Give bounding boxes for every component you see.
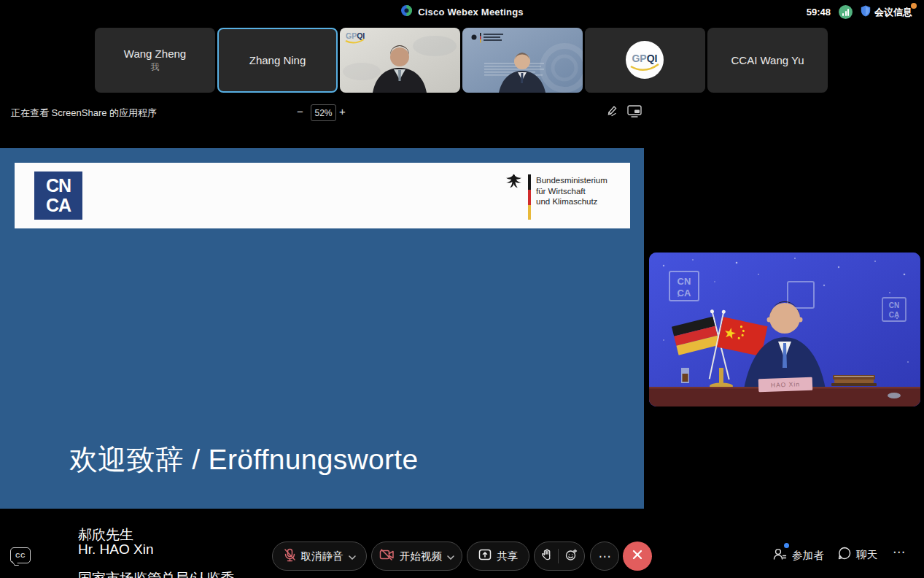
participants-badge-dot bbox=[784, 543, 789, 548]
participants-label: 参加者 bbox=[792, 549, 824, 563]
floating-speaker-video[interactable]: CN CA CN CA bbox=[649, 253, 920, 406]
reactions-divider bbox=[558, 549, 559, 563]
cnca-logo-line1: CN bbox=[46, 177, 71, 195]
participant-tile-gpqi-logo[interactable]: GPQI bbox=[585, 28, 705, 93]
close-x-icon bbox=[632, 550, 642, 563]
cnca-logo-line2: CA bbox=[46, 196, 71, 215]
german-stripe-icon bbox=[528, 174, 531, 220]
meeting-timer: 59:48 bbox=[807, 7, 831, 18]
meeting-info-button[interactable]: 会议信息 bbox=[861, 5, 912, 19]
svg-text:GPQI: GPQI bbox=[632, 53, 657, 64]
closed-captions-button[interactable]: CC bbox=[10, 547, 31, 563]
participant-name: CCAI Wang Yu bbox=[731, 54, 804, 66]
federal-eagle-icon bbox=[505, 173, 523, 193]
more-panels-button[interactable]: ⋯ bbox=[893, 544, 905, 560]
mic-options-chevron-icon[interactable] bbox=[349, 550, 356, 563]
svg-text:CA: CA bbox=[889, 311, 899, 319]
share-screen-icon bbox=[478, 549, 492, 563]
participants-icon bbox=[772, 546, 788, 565]
picture-in-picture-icon[interactable] bbox=[627, 105, 642, 120]
titlebar: Cisco Webex Meetings 59:48 会议信息 bbox=[0, 0, 924, 24]
participant-name: Wang Zheng bbox=[124, 47, 186, 60]
more-options-button[interactable]: ⋯ bbox=[590, 542, 619, 571]
start-video-button[interactable]: 开始视频 bbox=[371, 542, 462, 571]
participant-tile-video-bmwk-speaker[interactable] bbox=[462, 28, 583, 93]
emoji-reactions-icon[interactable] bbox=[565, 549, 578, 564]
share-label: 共享 bbox=[497, 550, 518, 563]
share-view-tools bbox=[605, 104, 642, 120]
ministry-logo: Bundesministerium für Wirtschaft und Kli… bbox=[505, 173, 607, 220]
slide-title: 欢迎致辞 / Eröffnungsworte bbox=[69, 440, 418, 479]
video-options-chevron-icon[interactable] bbox=[447, 550, 454, 563]
reactions-pill bbox=[534, 542, 585, 571]
participants-panel-button[interactable]: 参加者 bbox=[772, 546, 824, 565]
speaker-org-cn: 国家市场监管总局/认监委 bbox=[78, 571, 234, 578]
start-video-label: 开始视频 bbox=[400, 550, 442, 563]
mic-muted-icon bbox=[284, 548, 296, 565]
participant-video-thumbnail: GPQI bbox=[340, 28, 460, 93]
participant-tile-wang-zheng[interactable]: Wang Zheng 我 bbox=[95, 28, 215, 93]
participant-video-thumbnail bbox=[462, 28, 583, 93]
participant-name: Zhang Ning bbox=[249, 54, 306, 66]
titlebar-center: Cisco Webex Meetings bbox=[0, 0, 924, 24]
unmute-label: 取消静音 bbox=[301, 550, 343, 563]
app-title: Cisco Webex Meetings bbox=[418, 7, 524, 18]
cnca-logo: CN CA bbox=[34, 172, 82, 220]
annotate-icon[interactable] bbox=[605, 104, 618, 120]
speaker-name-cn: 郝欣先生 bbox=[78, 528, 234, 542]
chat-panel-button[interactable]: 聊天 bbox=[837, 546, 877, 563]
participant-tile-ccai-wang-yu[interactable]: CCAI Wang Yu bbox=[707, 28, 828, 93]
zoom-in-button[interactable]: + bbox=[339, 105, 346, 117]
ministry-line2: für Wirtschaft bbox=[536, 187, 586, 196]
speaker-name-de: Hr. HAO Xin bbox=[78, 542, 234, 557]
leave-meeting-button[interactable] bbox=[623, 542, 652, 571]
notification-dot bbox=[911, 3, 917, 9]
gpqi-logo: GPQI bbox=[585, 28, 705, 93]
share-button[interactable]: 共享 bbox=[467, 542, 529, 571]
zoom-level-value: 52% bbox=[311, 104, 336, 121]
participant-me-label: 我 bbox=[151, 61, 160, 74]
camera-off-icon bbox=[379, 549, 395, 563]
zoom-out-button[interactable]: − bbox=[297, 105, 303, 117]
meeting-info-label: 会议信息 bbox=[874, 6, 912, 19]
shield-icon bbox=[861, 5, 871, 19]
svg-text:CA: CA bbox=[678, 288, 691, 298]
webex-logo-icon bbox=[400, 4, 413, 20]
more-options-glyph: ⋯ bbox=[599, 549, 611, 564]
participant-tile-zhang-ning[interactable]: Zhang Ning bbox=[217, 28, 338, 93]
ministry-line1: Bundesministerium bbox=[536, 176, 607, 185]
participant-tile-video-gpqi-speaker[interactable]: GPQI bbox=[340, 28, 460, 93]
slide-speaker-block: 郝欣先生 Hr. HAO Xin 国家市场监管总局/认监委 SAMR/CNCA bbox=[78, 528, 234, 578]
svg-text:CN: CN bbox=[678, 276, 691, 287]
shared-slide: CN CA Bundesministerium für Wirtschaft u… bbox=[0, 148, 644, 509]
video-nameplate: HAO Xin bbox=[771, 380, 800, 388]
speaker-video-scene: CN CA CN CA bbox=[649, 253, 920, 406]
raise-hand-icon[interactable] bbox=[542, 549, 551, 563]
slide-header-band: CN CA Bundesministerium für Wirtschaft u… bbox=[15, 163, 630, 228]
webex-window: Cisco Webex Meetings 59:48 会议信息 Wang Zhe… bbox=[0, 0, 924, 578]
ministry-text: Bundesministerium für Wirtschaft und Kli… bbox=[536, 173, 607, 207]
chat-label: 聊天 bbox=[856, 548, 877, 562]
cc-icon: CC bbox=[15, 552, 26, 559]
unmute-button[interactable]: 取消静音 bbox=[272, 542, 367, 571]
svg-text:GPQI: GPQI bbox=[346, 31, 365, 40]
chat-bubble-icon bbox=[837, 546, 852, 563]
screenshare-status: 正在查看 ScreenShare 的应用程序 bbox=[11, 107, 157, 120]
ministry-line3: und Klimaschutz bbox=[536, 197, 597, 206]
network-stats-icon[interactable] bbox=[839, 5, 853, 19]
svg-text:CN: CN bbox=[889, 301, 899, 309]
titlebar-right: 59:48 会议信息 bbox=[807, 0, 912, 24]
